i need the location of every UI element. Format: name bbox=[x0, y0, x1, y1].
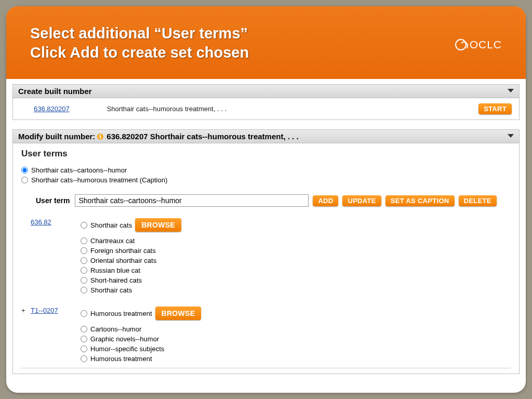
oclc-text: OCLC bbox=[470, 38, 502, 51]
user-term-input-row: User term ADD UPDATE SET AS CAPTION DELE… bbox=[36, 194, 511, 207]
add-button[interactable]: ADD bbox=[313, 195, 338, 206]
number-link[interactable]: 636.820207 bbox=[34, 105, 70, 113]
user-term-radio-1[interactable]: Shorthair cats--cartoons--humor bbox=[21, 165, 511, 175]
user-term-input[interactable] bbox=[75, 194, 309, 207]
code-link[interactable]: 636.82 bbox=[31, 218, 51, 226]
radio-input[interactable] bbox=[81, 237, 87, 244]
header: Select additional “User terms” Click Add… bbox=[6, 6, 526, 79]
option-item[interactable]: Russian blue cat bbox=[81, 265, 511, 275]
chevron-down-icon bbox=[508, 134, 514, 138]
classification-code: T1--0207 bbox=[31, 307, 81, 364]
browse-button[interactable]: BROWSE bbox=[135, 218, 181, 232]
option-label: Humorous treatment bbox=[90, 355, 152, 363]
radio-input[interactable] bbox=[21, 167, 28, 174]
option-item[interactable]: Shorthair cats bbox=[81, 285, 511, 295]
slide-card: Select additional “User terms” Click Add… bbox=[6, 6, 526, 393]
plus-indicator bbox=[21, 218, 31, 295]
title-line-2: Click Add to create set chosen bbox=[30, 44, 249, 61]
option-label: Foreign shorthair cats bbox=[90, 247, 156, 255]
chevron-down-icon bbox=[508, 89, 514, 92]
body: Create built number 636.820207 Shorthair… bbox=[6, 79, 526, 389]
info-icon bbox=[97, 134, 103, 140]
radio-input[interactable] bbox=[21, 177, 28, 183]
start-button[interactable]: START bbox=[478, 103, 512, 114]
radio-input[interactable] bbox=[81, 336, 87, 342]
option-head-label: Shorthair cats bbox=[90, 221, 132, 229]
title-line-1: Select additional “User terms” bbox=[30, 25, 248, 42]
radio-input[interactable] bbox=[81, 247, 87, 254]
create-panel-row: 636.820207 Shorthair cats--humorous trea… bbox=[13, 98, 519, 119]
option-label: Cartoons--humor bbox=[90, 325, 141, 333]
oclc-logo: OCLC bbox=[455, 38, 502, 51]
radio-input[interactable] bbox=[81, 345, 87, 352]
modify-title-prefix: Modify built number: bbox=[18, 132, 95, 141]
modify-panel-body: User terms Shorthair cats--cartoons--hum… bbox=[13, 143, 519, 374]
separator bbox=[21, 368, 511, 368]
option-item[interactable]: Chartreaux cat bbox=[81, 236, 511, 246]
option-label: Short-haired cats bbox=[90, 276, 142, 284]
modify-title-value: 636.820207 Shorthair cats--humorous trea… bbox=[107, 132, 298, 141]
user-terms-heading: User terms bbox=[21, 149, 511, 159]
oclc-icon bbox=[455, 39, 467, 50]
radio-input[interactable] bbox=[81, 267, 87, 274]
radio-input[interactable] bbox=[81, 277, 87, 284]
option-label: Russian blue cat bbox=[90, 267, 140, 274]
create-built-number-panel: Create built number 636.820207 Shorthair… bbox=[12, 84, 520, 120]
radio-input[interactable] bbox=[81, 326, 87, 332]
user-term-label: User term bbox=[36, 196, 70, 205]
term-block: + T1--0207 Humorous treatment BROWSE Car… bbox=[21, 307, 511, 364]
set-as-caption-button[interactable]: SET AS CAPTION bbox=[385, 195, 455, 206]
modify-built-number-panel: Modify built number: 636.820207 Shorthai… bbox=[12, 129, 520, 374]
term-block: 636.82 Shorthair cats BROWSE Chartreaux … bbox=[21, 218, 511, 295]
delete-button[interactable]: DELETE bbox=[459, 195, 497, 206]
slide-title: Select additional “User terms” Click Add… bbox=[30, 24, 502, 62]
radio-input[interactable] bbox=[81, 355, 87, 362]
option-item[interactable]: Foreign shorthair cats bbox=[81, 246, 511, 256]
options-list: Shorthair cats BROWSE Chartreaux cat For… bbox=[81, 218, 511, 295]
option-label: Graphic novels--humor bbox=[90, 335, 159, 343]
code-link[interactable]: T1--0207 bbox=[31, 307, 58, 314]
user-term-radio-2[interactable]: Shorthair cats--humorous treatment (Capt… bbox=[21, 175, 511, 185]
modify-panel-header[interactable]: Modify built number: 636.820207 Shorthai… bbox=[13, 130, 519, 143]
create-panel-title: Create built number bbox=[18, 87, 92, 96]
option-label: Shorthair cats bbox=[90, 286, 132, 294]
option-item[interactable]: Graphic novels--humor bbox=[81, 334, 511, 344]
option-item[interactable]: Short-haired cats bbox=[81, 275, 511, 285]
option-item[interactable]: Cartoons--humor bbox=[81, 324, 511, 334]
plus-indicator: + bbox=[21, 307, 31, 364]
option-head: Humorous treatment BROWSE bbox=[81, 307, 511, 320]
radio-input[interactable] bbox=[81, 310, 87, 317]
create-panel-header[interactable]: Create built number bbox=[13, 85, 519, 98]
option-label: Chartreaux cat bbox=[90, 237, 135, 245]
option-head: Shorthair cats BROWSE bbox=[81, 218, 511, 232]
update-button[interactable]: UPDATE bbox=[342, 195, 381, 206]
radio-input[interactable] bbox=[81, 222, 87, 229]
number-description: Shorthair cats--humorous treatment, . . … bbox=[107, 105, 227, 113]
option-item[interactable]: Humorous treatment bbox=[81, 354, 511, 364]
option-item[interactable]: Oriental shorthair cats bbox=[81, 256, 511, 265]
option-label: Oriental shorthair cats bbox=[90, 257, 156, 264]
radio-label: Shorthair cats--humorous treatment (Capt… bbox=[31, 176, 167, 184]
options-list: Humorous treatment BROWSE Cartoons--humo… bbox=[81, 307, 511, 364]
radio-input[interactable] bbox=[81, 257, 87, 264]
radio-input[interactable] bbox=[81, 287, 87, 294]
option-head-label: Humorous treatment bbox=[90, 310, 152, 317]
classification-code: 636.82 bbox=[31, 218, 81, 295]
browse-button[interactable]: BROWSE bbox=[155, 307, 202, 320]
option-item[interactable]: Humor--specific subjects bbox=[81, 344, 511, 354]
option-label: Humor--specific subjects bbox=[90, 345, 164, 353]
radio-label: Shorthair cats--cartoons--humor bbox=[31, 166, 127, 174]
